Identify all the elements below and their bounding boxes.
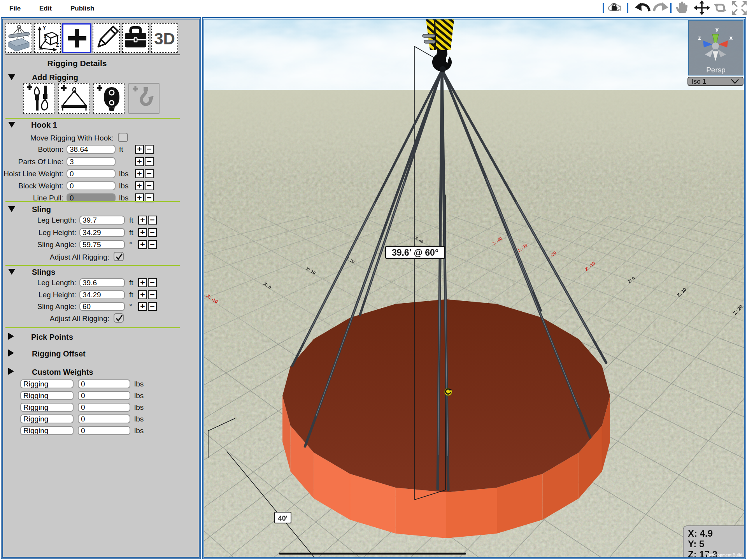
- svg-text:x: x: [729, 34, 733, 41]
- svg-text:40': 40': [278, 514, 288, 522]
- svg-text:y: y: [715, 26, 719, 32]
- svg-text:39.6' @ 60°: 39.6' @ 60°: [392, 248, 438, 258]
- svg-text:X: 4.9: X: 4.9: [688, 528, 713, 539]
- svg-text:Y: Y: [43, 25, 46, 31]
- svg-text:z: z: [698, 34, 701, 41]
- svg-text:Z: Z: [56, 42, 59, 48]
- svg-text:Y: 5: Y: 5: [688, 539, 704, 549]
- svg-text:Persp: Persp: [706, 66, 726, 74]
- svg-text:Iso 1: Iso 1: [692, 78, 706, 85]
- svg-text:3D: 3D: [154, 30, 175, 48]
- svg-text:Development Build: Development Build: [707, 553, 742, 557]
